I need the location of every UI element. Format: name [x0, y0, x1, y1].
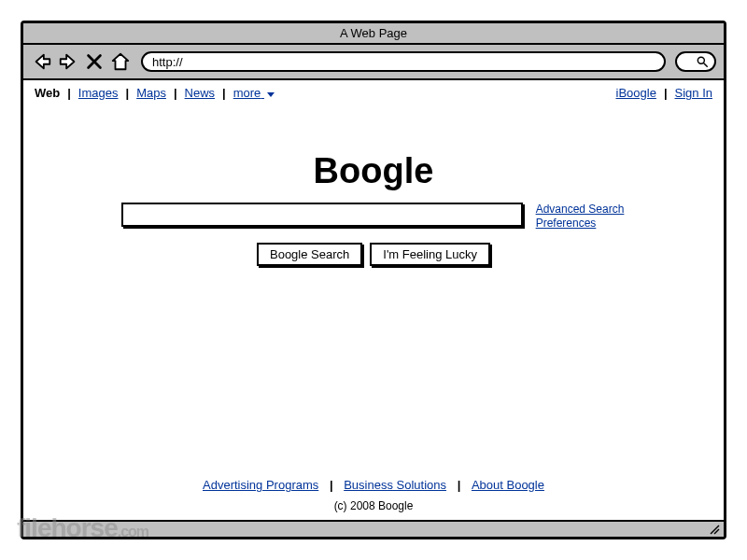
chevron-down-icon — [266, 90, 275, 99]
nav-more[interactable]: more — [232, 86, 277, 100]
search-button[interactable]: Boogle Search — [257, 243, 362, 266]
resize-grip-icon[interactable] — [709, 524, 720, 535]
forward-icon[interactable] — [57, 50, 79, 73]
browser-toolbar — [23, 45, 724, 80]
nav-news[interactable]: News — [183, 86, 218, 100]
logo: Boogle — [314, 151, 434, 191]
stop-icon[interactable] — [83, 50, 106, 73]
svg-line-1 — [704, 63, 708, 67]
main-area: Boogle Advanced Search Preferences Boogl… — [23, 106, 724, 478]
search-icon — [696, 55, 709, 68]
preferences-link[interactable]: Preferences — [534, 217, 627, 230]
nav-signin[interactable]: Sign In — [673, 86, 714, 100]
footer-advertising[interactable]: Advertising Programs — [201, 478, 320, 492]
back-icon[interactable] — [31, 50, 53, 73]
nav-maps[interactable]: Maps — [134, 86, 168, 100]
window-title: A Web Page — [23, 23, 724, 45]
page-content: Web | Images | Maps | News | more iBoogl… — [23, 80, 724, 520]
browser-search-button[interactable] — [675, 51, 716, 72]
nav-iboogle[interactable]: iBoogle — [614, 86, 658, 100]
home-icon[interactable] — [109, 50, 132, 73]
footer: Advertising Programs | Business Solution… — [23, 478, 724, 520]
url-input[interactable] — [141, 51, 666, 72]
nav-web[interactable]: Web — [33, 86, 62, 100]
nav-images[interactable]: Images — [77, 86, 120, 100]
feeling-lucky-button[interactable]: I'm Feeling Lucky — [370, 243, 490, 266]
footer-about[interactable]: About Boogle — [470, 478, 546, 492]
copyright: (c) 2008 Boogle — [23, 499, 724, 512]
advanced-search-link[interactable]: Advanced Search — [534, 203, 627, 216]
footer-business[interactable]: Business Solutions — [342, 478, 448, 492]
browser-window: A Web Page Web | Images | Maps | News | — [21, 21, 726, 539]
top-nav: Web | Images | Maps | News | more iBoogl… — [23, 80, 724, 106]
search-input[interactable] — [121, 203, 523, 227]
status-bar — [23, 520, 724, 537]
